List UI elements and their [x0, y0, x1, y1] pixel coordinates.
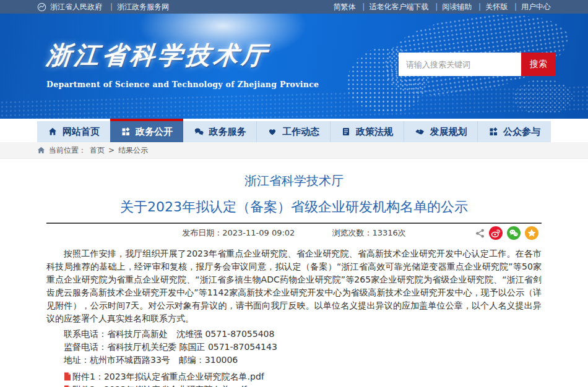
search-button[interactable]: 搜索 [521, 53, 556, 76]
document-icon [341, 127, 351, 137]
topbar: 浙江省人民政府 浙江政务服务网 简繁体 适老化客户端下载 阅读辅助 关怀版 用户… [0, 0, 588, 14]
banner: 浙江省科学技术厅 Department of Science and Techn… [0, 14, 588, 119]
contact-phone: 联系电话：省科技厅高新处 沈维强 0571-87055408 [46, 328, 542, 341]
attachment-link[interactable]: 附件2：2023年拟认定省企业研究院名单.pdf [46, 383, 542, 387]
publish-date: 发布日期：2023-11-09 09:02 [182, 228, 295, 239]
breadcrumb-home-link[interactable]: 首页 [90, 145, 105, 156]
site-brand: 浙江省科学技术厅 Department of Science and Techn… [46, 38, 319, 89]
topbar-link-elderly-client-download[interactable]: 适老化客户端下载 [358, 2, 428, 11]
nav-item-label: 政务公开 [136, 126, 173, 138]
breadcrumb-prefix: 当前位置： [49, 145, 86, 156]
nav-item-label: 网站首页 [63, 126, 100, 138]
weibo-icon[interactable] [489, 226, 503, 240]
search-bar: 搜索 [399, 53, 556, 76]
qzone-star-icon[interactable] [525, 226, 538, 240]
address-line: 地址：杭州市环城西路33号 邮编：310006 [46, 354, 542, 367]
topbar-link-user-center[interactable]: 用户中心 [510, 2, 551, 11]
nav-item-label: 工作动态 [282, 126, 319, 138]
topbar-link-care-version[interactable]: 关怀版 [474, 2, 508, 11]
nav-item-work-updates[interactable]: 工作动态 [256, 121, 330, 142]
nav-item-label: 政务服务 [209, 126, 246, 138]
nav-item-label: 公众参与 [503, 126, 540, 138]
site-title: 浙江省科学技术厅 [45, 38, 321, 72]
article-page: 浙江省科学技术厅 关于2023年拟认定（备案）省级企业研发机构名单的公示 发布日… [37, 159, 551, 387]
main-nav: 网站首页 政务公开 政务服务 工作动态 政策法规 [0, 119, 588, 142]
squares-icon [121, 127, 131, 137]
topbar-link-simplified-traditional[interactable]: 简繁体 [334, 2, 356, 11]
nav-item-policies-regulations[interactable]: 政策法规 [330, 121, 404, 142]
view-count: 浏览次数：13316次 [332, 228, 405, 239]
zhejiang-gov-logo-icon [37, 2, 46, 12]
breadcrumb-strip: 当前位置： 首页 > 结果公示 [0, 142, 588, 159]
share-icon[interactable] [475, 229, 485, 238]
nav-item-label: 发展规划 [430, 126, 467, 138]
dotted-wave-decoration [0, 85, 588, 119]
pdf-icon [64, 372, 71, 381]
supervision-phone: 监督电话：省科技厅机关纪委 陈国正 0571-87054143 [46, 341, 542, 354]
breadcrumb-separator: > [108, 146, 115, 155]
nav-item-label: 政策法规 [356, 126, 393, 138]
attachment-link[interactable]: 附件1：2023年拟认定省重点企业研究院名单.pdf [46, 370, 542, 383]
breadcrumb: 当前位置： 首页 > 结果公示 [37, 142, 551, 158]
article-title-organization: 浙江省科学技术厅 [46, 172, 542, 189]
nav-item-gov-info-disclosure[interactable]: 政务公开 [110, 119, 183, 142]
handshake-icon [415, 127, 425, 137]
share-toolbar [475, 226, 538, 240]
nav-item-development-planning[interactable]: 发展规划 [404, 121, 477, 142]
article-meta: 发布日期：2023-11-09 09:02 浏览次数：13316次 [46, 224, 542, 242]
nav-item-site-home[interactable]: 网站首页 [37, 121, 110, 142]
wechat-icon[interactable] [507, 226, 521, 240]
article-paragraph: 按照工作安排，我厅组织开展了2023年省重点企业研究院、省企业研究院、省高新技术… [46, 247, 542, 325]
squares-icon [488, 127, 498, 137]
article-body: 按照工作安排，我厅组织开展了2023年省重点企业研究院、省企业研究院、省高新技术… [46, 247, 542, 387]
topbar-link-provincial-gov[interactable]: 浙江省人民政府 [50, 2, 102, 12]
breadcrumb-current: 结果公示 [118, 145, 148, 156]
topbar-link-reading-aid[interactable]: 阅读辅助 [431, 2, 472, 11]
search-input[interactable] [399, 53, 521, 76]
nav-item-gov-services[interactable]: 政务服务 [183, 121, 256, 142]
home-icon [48, 127, 58, 137]
heart-icon [267, 127, 277, 137]
attachment-list: 附件1：2023年拟认定省重点企业研究院名单.pdf 附件2：2023年拟认定省… [46, 370, 542, 387]
topbar-link-service-portal[interactable]: 浙江政务服务网 [106, 2, 169, 12]
nav-item-public-participation[interactable]: 公众参与 [477, 121, 551, 142]
article-title: 关于2023年拟认定（备案）省级企业研发机构名单的公示 [46, 198, 542, 216]
site-subtitle-english: Department of Science and Technology of … [46, 80, 319, 89]
chat-bubbles-icon [194, 127, 204, 137]
home-icon [37, 147, 45, 154]
